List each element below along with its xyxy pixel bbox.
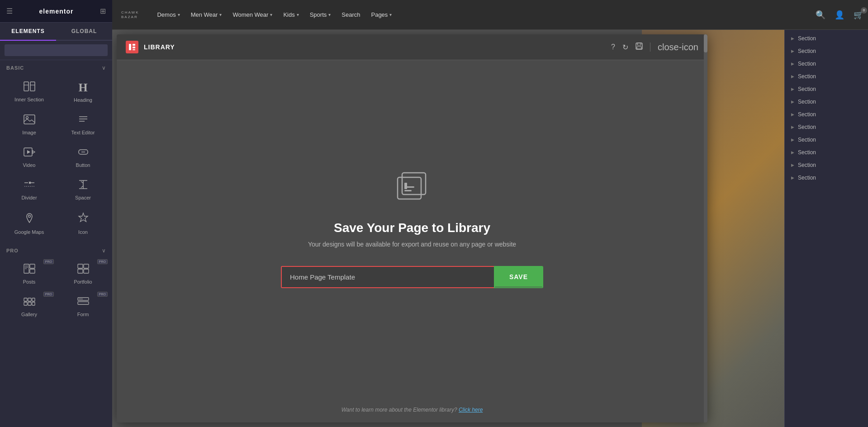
element-image-label: Image [22,130,36,135]
nav-tree-item-10[interactable]: ▶ Section [785,146,868,159]
nav-tree-arrow-11: ▶ [791,163,794,167]
element-google-maps[interactable]: Google Maps [3,206,56,239]
template-name-input[interactable] [282,267,494,287]
nav-tree-item-2[interactable]: ▶ Section [785,45,868,57]
nav-women-wear[interactable]: Women Wear ▾ [228,9,277,21]
nav-men-wear[interactable]: Men Wear ▾ [186,9,227,21]
heading-icon: H [78,81,87,95]
nav-tree-item-11[interactable]: ▶ Section [785,159,868,171]
library-modal-body: Save Your Page to Library Your designs w… [117,60,707,398]
top-navigation: CHAWK BAZAR Demos ▾ Men Wear ▾ Women Wea… [112,0,868,30]
element-form-label: Form [77,312,89,317]
men-wear-chevron-icon: ▾ [219,12,222,17]
pro-section-arrow[interactable]: ∨ [102,247,106,254]
portfolio-icon [77,264,89,276]
library-modal: LIBRARY ? ↻ close-icon [117,34,707,422]
svg-rect-37 [28,298,31,301]
nav-tree-item-9[interactable]: ▶ Section [785,133,868,146]
library-save-button[interactable]: SAVE [495,267,542,287]
element-posts-label: Posts [23,279,36,285]
element-icon[interactable]: Icon [57,206,109,239]
element-spacer[interactable]: Spacer [57,173,109,205]
nav-tree-label-7: Section [798,111,816,118]
svg-point-24 [28,215,30,218]
svg-rect-31 [30,269,35,273]
basic-elements-grid: Inner Section H Heading Image Text Edito… [0,75,112,239]
element-portfolio[interactable]: PRO Portfolio [57,257,109,289]
nav-tree-label-11: Section [798,162,816,168]
hamburger-icon[interactable]: ☰ [6,7,13,15]
library-help-icon[interactable]: ? [611,43,615,51]
pro-section-header: PRO ∨ [0,243,112,257]
google-maps-icon [24,212,35,227]
sports-chevron-icon: ▾ [328,12,331,17]
svg-rect-33 [84,264,89,268]
tab-global[interactable]: GLOBAL [56,23,112,40]
element-heading[interactable]: H Heading [57,75,109,107]
nav-tree-label-9: Section [798,137,816,143]
nav-tree-item-8[interactable]: ▶ Section [785,121,868,133]
text-editor-icon [77,114,89,127]
search-input[interactable] [5,44,108,56]
library-save-template-icon[interactable] [636,43,643,52]
nav-pages[interactable]: Pages ▾ [366,9,396,21]
nav-search[interactable]: Search [337,9,365,21]
nav-tree-item-5[interactable]: ▶ Section [785,83,868,95]
grid-icon[interactable]: ⊞ [100,7,106,15]
nav-tree-item-12[interactable]: ▶ Section [785,171,868,184]
svg-rect-43 [78,302,89,304]
nav-tree-arrow-1: ▶ [791,36,794,41]
navigator-panel: Navigator × ▶ Section ▶ Section ▶ Sectio… [784,0,868,427]
nav-tree-label-3: Section [798,61,816,67]
nav-tree-label-6: Section [798,99,816,105]
library-scrollbar-thumb[interactable] [704,34,707,52]
image-icon [24,114,35,127]
library-modal-title: LIBRARY [144,43,175,51]
svg-rect-40 [28,302,31,305]
element-gallery[interactable]: PRO Gallery [3,290,56,322]
posts-icon [24,264,35,276]
tab-elements[interactable]: ELEMENTS [0,23,56,41]
sidebar-tabs: ELEMENTS GLOBAL [0,23,112,41]
element-video-label: Video [23,162,36,168]
nav-tree-item-3[interactable]: ▶ Section [785,57,868,70]
svg-rect-52 [398,177,421,199]
svg-rect-50 [637,43,641,45]
nav-account-icon[interactable]: 👤 [835,10,844,20]
element-posts[interactable]: PRO Posts [3,257,56,289]
element-text-editor[interactable]: Text Editor [57,108,109,140]
basic-section-arrow[interactable]: ∨ [102,65,106,71]
library-close-icon[interactable]: close-icon [658,42,698,52]
element-image[interactable]: Image [3,108,56,140]
svg-rect-36 [24,298,27,301]
nav-demos[interactable]: Demos ▾ [152,9,184,21]
library-refresh-icon[interactable]: ↻ [622,43,628,52]
site-logo: CHAWK BAZAR [121,10,139,19]
nav-tree-item-4[interactable]: ▶ Section [785,70,868,83]
nav-tree-label-5: Section [798,86,816,92]
element-video[interactable]: Video [3,141,56,172]
sidebar-search-container [0,41,112,60]
element-google-maps-label: Google Maps [14,229,44,235]
nav-tree-item-7[interactable]: ▶ Section [785,108,868,121]
nav-tree-arrow-3: ▶ [791,62,794,66]
element-gallery-label: Gallery [21,312,37,317]
library-scrollbar[interactable] [704,34,707,422]
element-portfolio-label: Portfolio [74,279,92,285]
nav-kids[interactable]: Kids ▾ [279,9,303,21]
nav-tree-item-6[interactable]: ▶ Section [785,95,868,108]
divider-icon [24,180,35,192]
element-button[interactable]: Button [57,141,109,172]
svg-rect-47 [133,47,135,48]
library-footer-link[interactable]: Click here [459,407,483,413]
library-elementor-icon [126,41,138,53]
nav-cart-icon[interactable]: 🛒 0 [854,10,863,20]
nav-tree-arrow-8: ▶ [791,125,794,129]
nav-sports[interactable]: Sports ▾ [305,9,336,21]
element-divider[interactable]: Divider [3,173,56,205]
nav-search-icon[interactable]: 🔍 [816,10,825,20]
element-inner-section[interactable]: Inner Section [3,75,56,107]
nav-tree-arrow-6: ▶ [791,100,794,104]
element-form[interactable]: PRO Form [57,290,109,322]
nav-tree-item-1[interactable]: ▶ Section [785,32,868,45]
